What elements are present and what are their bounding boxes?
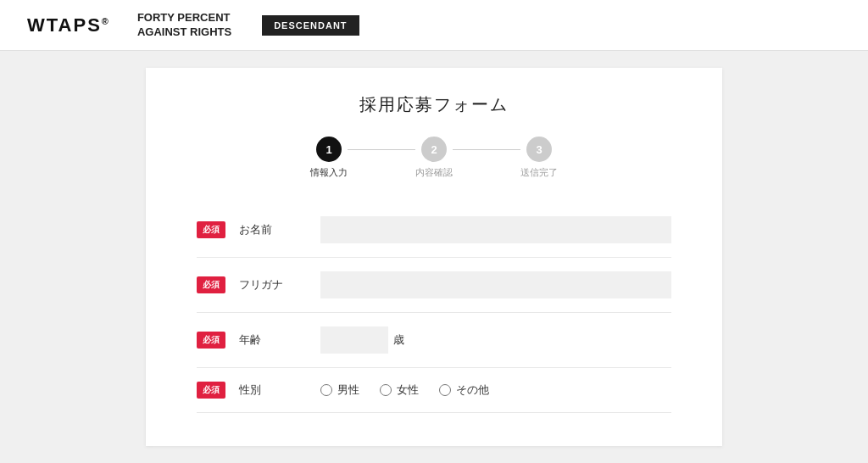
age-field-row: 必須 年齢 歳 [197, 313, 671, 368]
step-2-circle: 2 [421, 137, 447, 162]
gender-field-row: 必須 性別 男性 女性 その他 [197, 368, 671, 413]
gender-female-radio[interactable] [380, 384, 392, 396]
step-2-label: 内容確認 [415, 166, 453, 179]
gender-other-label: その他 [456, 382, 489, 398]
gender-female-option[interactable]: 女性 [380, 382, 419, 398]
age-input[interactable] [320, 326, 388, 354]
logo-text: WTAPS [27, 14, 102, 36]
gender-label: 性別 [239, 382, 307, 398]
age-required-badge: 必須 [197, 332, 225, 349]
gender-male-option[interactable]: 男性 [320, 382, 359, 398]
step-line-2 [453, 149, 520, 150]
gender-male-radio[interactable] [320, 384, 332, 396]
step-1-label: 情報入力 [310, 166, 348, 179]
name-input[interactable] [320, 216, 671, 243]
step-3-label: 送信完了 [520, 166, 558, 179]
form-card: 採用応募フォーム 1 情報入力 2 内容確認 3 送信完了 必須 お名前 [146, 68, 722, 446]
gender-other-option[interactable]: その他 [439, 382, 489, 398]
gender-female-label: 女性 [397, 382, 419, 398]
name-required-badge: 必須 [197, 221, 225, 238]
age-wrapper: 歳 [320, 326, 671, 354]
step-line-1 [348, 149, 415, 150]
name-label: お名前 [239, 222, 307, 237]
furigana-field-row: 必須 フリガナ [197, 258, 671, 313]
gender-required-badge: 必須 [197, 382, 225, 399]
descendant-badge[interactable]: DESCENDANT [262, 15, 359, 36]
age-label: 年齢 [239, 332, 307, 348]
header-subtitle: FORTY PERCENT AGAINST RIGHTS [137, 11, 231, 40]
step-1: 1 情報入力 [310, 137, 348, 179]
furigana-required-badge: 必須 [197, 276, 225, 293]
step-3-circle: 3 [526, 137, 552, 162]
step-3: 3 送信完了 [520, 137, 558, 179]
furigana-label: フリガナ [239, 277, 307, 293]
name-field-row: 必須 お名前 [197, 203, 671, 258]
gender-male-label: 男性 [337, 382, 359, 398]
gender-other-radio[interactable] [439, 384, 451, 396]
main-background: 採用応募フォーム 1 情報入力 2 内容確認 3 送信完了 必須 お名前 [0, 51, 868, 463]
header: WTAPS® FORTY PERCENT AGAINST RIGHTS DESC… [0, 0, 868, 51]
furigana-input[interactable] [320, 271, 671, 298]
form-title: 採用応募フォーム [197, 93, 671, 116]
subtitle-line1: FORTY PERCENT [137, 11, 231, 25]
age-unit: 歳 [393, 332, 404, 348]
step-1-circle: 1 [316, 137, 342, 162]
gender-radio-group: 男性 女性 その他 [320, 382, 671, 398]
step-2: 2 内容確認 [415, 137, 453, 179]
steps-indicator: 1 情報入力 2 内容確認 3 送信完了 [197, 137, 671, 179]
subtitle-line2: AGAINST RIGHTS [137, 25, 231, 40]
site-logo: WTAPS® [27, 14, 110, 36]
registered-mark: ® [102, 15, 110, 25]
